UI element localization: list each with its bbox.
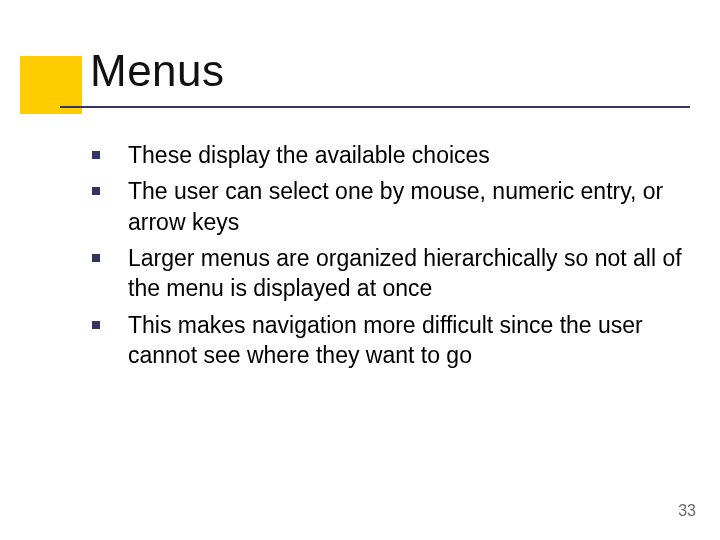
title-underline xyxy=(60,106,690,108)
list-item: The user can select one by mouse, numeri… xyxy=(92,176,682,237)
bullet-list: These display the available choices The … xyxy=(92,140,682,371)
page-number: 33 xyxy=(678,502,696,520)
list-item: These display the available choices xyxy=(92,140,682,170)
list-item: This makes navigation more difficult sin… xyxy=(92,310,682,371)
list-item: Larger menus are organized hierarchicall… xyxy=(92,243,682,304)
slide-title: Menus xyxy=(90,46,690,96)
slide-body: These display the available choices The … xyxy=(92,140,682,377)
title-area: Menus xyxy=(20,46,690,96)
slide: Menus These display the available choice… xyxy=(0,0,720,540)
